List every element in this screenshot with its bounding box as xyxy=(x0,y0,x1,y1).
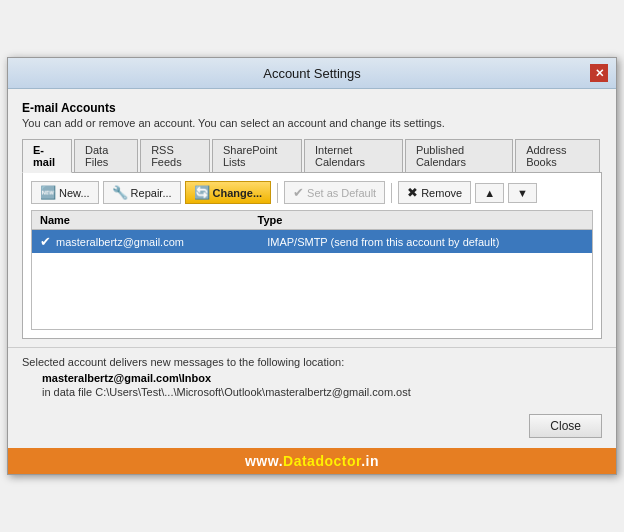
close-window-button[interactable]: ✕ xyxy=(590,64,608,82)
move-down-button[interactable]: ▼ xyxy=(508,183,537,203)
tab-sharepoint-lists[interactable]: SharePoint Lists xyxy=(212,139,302,173)
tab-internet-calendars[interactable]: Internet Calendars xyxy=(304,139,403,173)
tab-published-calendars[interactable]: Published Calendars xyxy=(405,139,513,173)
tab-email[interactable]: E-mail xyxy=(22,139,72,173)
tabs-row: E-mail Data Files RSS Feeds SharePoint L… xyxy=(22,139,602,173)
dialog-footer: Close xyxy=(8,406,616,448)
account-check-icon: ✔ xyxy=(40,234,51,249)
repair-button[interactable]: 🔧 Repair... xyxy=(103,181,181,204)
account-settings-dialog: Account Settings ✕ E-mail Accounts You c… xyxy=(7,57,617,475)
toolbar: 🆕 New... 🔧 Repair... 🔄 Change... ✔ Set a… xyxy=(31,181,593,204)
watermark-bar: www.Datadoctor.in xyxy=(8,448,616,474)
table-header: Name Type xyxy=(32,211,592,230)
account-name: masteralbertz@gmail.com xyxy=(56,236,267,248)
move-up-button[interactable]: ▲ xyxy=(475,183,504,203)
checkmark-icon: ✔ xyxy=(293,185,304,200)
watermark-domain: Datadoctor xyxy=(283,453,361,469)
change-button[interactable]: 🔄 Change... xyxy=(185,181,272,204)
watermark-text: www.Datadoctor.in xyxy=(245,453,379,469)
new-icon: 🆕 xyxy=(40,185,56,200)
tab-content-email: 🆕 New... 🔧 Repair... 🔄 Change... ✔ Set a… xyxy=(22,173,602,339)
separator xyxy=(277,183,278,203)
footer-section: Selected account delivers new messages t… xyxy=(8,347,616,406)
new-account-button[interactable]: 🆕 New... xyxy=(31,181,99,204)
account-type: IMAP/SMTP (send from this account by def… xyxy=(267,236,584,248)
accounts-table: Name Type ✔ masteralbertz@gmail.com IMAP… xyxy=(31,210,593,330)
tab-address-books[interactable]: Address Books xyxy=(515,139,600,173)
tab-data-files[interactable]: Data Files xyxy=(74,139,138,173)
footer-data-file-path: in data file C:\Users\Test\...\Microsoft… xyxy=(22,386,602,398)
separator2 xyxy=(391,183,392,203)
remove-button[interactable]: ✖ Remove xyxy=(398,181,471,204)
dialog-body: E-mail Accounts You can add or remove an… xyxy=(8,89,616,347)
repair-icon: 🔧 xyxy=(112,185,128,200)
footer-description: Selected account delivers new messages t… xyxy=(22,356,602,368)
section-header: E-mail Accounts xyxy=(22,101,602,115)
name-column-header: Name xyxy=(40,214,258,226)
set-default-button[interactable]: ✔ Set as Default xyxy=(284,181,385,204)
close-button[interactable]: Close xyxy=(529,414,602,438)
type-column-header: Type xyxy=(258,214,584,226)
change-icon: 🔄 xyxy=(194,185,210,200)
dialog-title: Account Settings xyxy=(34,66,590,81)
section-description: You can add or remove an account. You ca… xyxy=(22,117,602,129)
table-row[interactable]: ✔ masteralbertz@gmail.com IMAP/SMTP (sen… xyxy=(32,230,592,253)
title-bar: Account Settings ✕ xyxy=(8,58,616,89)
remove-icon: ✖ xyxy=(407,185,418,200)
tab-rss-feeds[interactable]: RSS Feeds xyxy=(140,139,210,173)
footer-mailbox-path: masteralbertz@gmail.com\Inbox xyxy=(22,372,602,384)
